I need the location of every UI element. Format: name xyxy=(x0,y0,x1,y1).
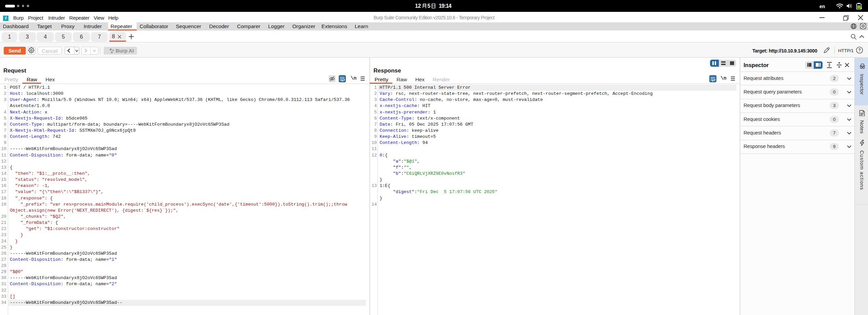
svg-text:?: ? xyxy=(858,48,861,52)
